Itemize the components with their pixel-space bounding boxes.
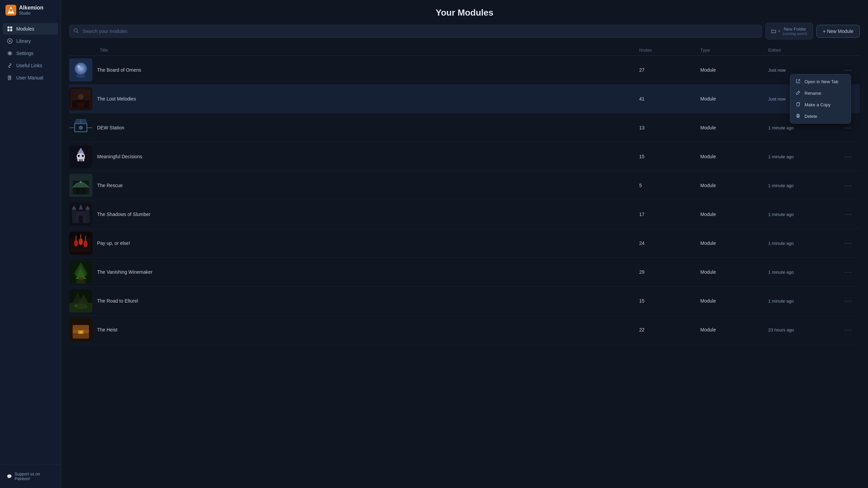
row-type: Module <box>700 327 768 332</box>
sidebar-item-settings[interactable]: Settings <box>3 48 58 59</box>
svg-rect-5 <box>7 29 10 31</box>
sidebar-item-label: Useful Links <box>16 63 42 68</box>
svg-point-18 <box>76 74 86 78</box>
context-menu-open-new-tab[interactable]: Open in New Tab <box>790 76 851 87</box>
search-input[interactable] <box>69 25 762 38</box>
new-folder-button[interactable]: + New Folder (coming soon!) <box>765 23 813 39</box>
row-edited: Just now <box>768 68 843 73</box>
row-nodes: 41 <box>639 96 700 102</box>
svg-rect-6 <box>10 29 12 31</box>
context-delete-label: Delete <box>805 114 817 119</box>
svg-rect-44 <box>81 187 86 194</box>
support-label: Support us on Patreon! <box>15 472 54 481</box>
row-menu-button[interactable]: ··· <box>843 238 854 249</box>
col-edited: Edited <box>768 48 843 53</box>
support-patreon-button[interactable]: 💬 Support us on Patreon! <box>3 469 58 484</box>
row-nodes: 5 <box>639 183 700 188</box>
row-nodes: 17 <box>639 212 700 217</box>
row-thumbnail <box>69 232 92 255</box>
context-menu-delete[interactable]: Delete <box>790 110 851 122</box>
page-title: Your Modules <box>61 7 868 18</box>
svg-point-76 <box>86 306 87 308</box>
new-folder-sublabel: (coming soon!) <box>782 32 807 36</box>
col-title: Title <box>100 48 639 53</box>
row-nodes: 15 <box>639 298 700 304</box>
svg-point-59 <box>79 238 83 245</box>
row-menu-button[interactable]: ··· <box>843 295 854 306</box>
row-type: Module <box>700 96 768 102</box>
row-title: The Shadows of Slumber <box>97 212 150 217</box>
svg-rect-84 <box>797 103 799 106</box>
row-menu-button[interactable]: ··· <box>843 209 854 220</box>
table-row[interactable]: The Vanishing Winemaker 29 Module 1 minu… <box>69 258 860 287</box>
svg-point-45 <box>80 181 82 183</box>
svg-point-14 <box>74 29 77 32</box>
sidebar-item-useful-links[interactable]: Useful Links <box>3 60 58 71</box>
row-thumbnail <box>69 318 92 341</box>
modules-table: Title Nodes Type Edited The Board of Ome… <box>61 45 868 488</box>
row-nodes: 29 <box>639 269 700 275</box>
table-row[interactable]: The Board of Omens 27 Module Just now ··… <box>69 56 860 85</box>
table-row[interactable]: DEW Station 13 Module 1 minute ago ··· <box>69 113 860 142</box>
row-thumbnail <box>69 145 92 168</box>
table-row[interactable]: The Road to Elturel 15 Module 1 minute a… <box>69 287 860 315</box>
row-title-cell: Meaningful Decisions <box>69 142 639 171</box>
svg-point-29 <box>79 126 83 130</box>
sidebar-item-label: Library <box>16 38 31 44</box>
row-thumbnail <box>69 203 92 226</box>
row-menu-button[interactable]: ··· <box>843 122 854 133</box>
sidebar-item-label: Modules <box>16 26 34 32</box>
row-menu-button[interactable]: ··· <box>843 267 854 277</box>
table-row[interactable]: The Rescue 5 Module 1 minute ago ··· <box>69 171 860 200</box>
row-edited: 23 hours ago <box>768 327 843 332</box>
toolbar: + New Folder (coming soon!) + New Module <box>61 23 868 45</box>
svg-rect-49 <box>86 210 90 223</box>
row-title-cell: The Board of Omens <box>69 56 639 84</box>
row-menu-button[interactable]: ··· <box>843 151 854 162</box>
sidebar-item-library[interactable]: Library <box>3 35 58 47</box>
table-row[interactable]: The Heist 22 Module 23 hours ago ··· <box>69 315 860 344</box>
table-row[interactable]: The Shadows of Slumber 17 Module 1 minut… <box>69 200 860 229</box>
row-title: Pay up, or else! <box>97 240 130 246</box>
table-row[interactable]: Meaningful Decisions 15 Module 1 minute … <box>69 142 860 171</box>
new-module-button[interactable]: + New Module <box>816 25 860 38</box>
row-title-cell: The Shadows of Slumber <box>69 200 639 229</box>
sidebar-item-user-manual[interactable]: User Manual <box>3 72 58 84</box>
search-icon <box>73 28 79 34</box>
row-menu-button[interactable]: ··· <box>843 324 854 335</box>
row-thumbnail <box>69 87 92 110</box>
row-title: Meaningful Decisions <box>97 154 142 159</box>
svg-point-37 <box>82 155 84 157</box>
row-title-cell: DEW Station <box>69 113 639 142</box>
svg-point-36 <box>78 155 80 157</box>
col-type: Type <box>700 48 768 53</box>
table-header: Title Nodes Type Edited <box>69 45 860 56</box>
library-icon <box>7 38 13 44</box>
row-title-cell: The Rescue <box>69 171 639 200</box>
sidebar-item-modules[interactable]: Modules <box>3 23 58 35</box>
row-nodes: 22 <box>639 327 700 332</box>
row-type: Module <box>700 67 768 73</box>
app-name: Alkemion <box>19 5 43 11</box>
svg-point-17 <box>75 62 87 75</box>
table-row[interactable]: Pay up, or else! 24 Module 1 minute ago … <box>69 229 860 258</box>
page-header: Your Modules <box>61 0 868 23</box>
table-row[interactable]: The Lost Melodies 41 Module Just now ··· <box>69 85 860 113</box>
row-title-cell: The Heist <box>69 315 639 344</box>
app-logo-icon <box>5 5 16 16</box>
svg-rect-52 <box>79 216 83 223</box>
context-menu-rename[interactable]: Rename <box>790 87 851 99</box>
row-menu-button[interactable]: ··· <box>843 180 854 191</box>
sidebar-bottom: 💬 Support us on Patreon! <box>0 465 61 488</box>
app-subtitle: Studio <box>19 11 43 16</box>
link-icon <box>7 62 13 69</box>
context-copy-label: Make a Copy <box>805 102 831 107</box>
row-nodes: 24 <box>639 240 700 246</box>
manual-icon <box>7 75 13 81</box>
pencil-icon <box>796 90 801 96</box>
row-nodes: 15 <box>639 154 700 159</box>
context-menu-make-copy[interactable]: Make a Copy <box>790 99 851 110</box>
svg-point-19 <box>77 65 80 68</box>
svg-rect-43 <box>76 187 80 194</box>
svg-point-22 <box>78 94 84 100</box>
